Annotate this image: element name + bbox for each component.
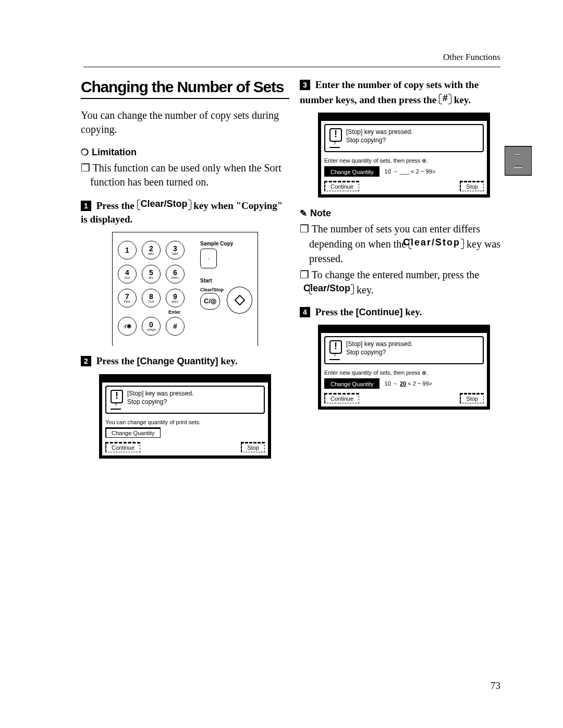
keypad-7: 7PRS xyxy=(118,289,137,307)
step-3: 3 Enter the number of copy sets with the… xyxy=(300,78,508,106)
warning-icon: ! xyxy=(111,390,123,403)
clear-stop-label: Clear/Stop xyxy=(200,288,224,293)
keypad-dot: ·/✱ xyxy=(118,317,137,336)
page-number: 73 xyxy=(491,680,500,692)
note-bullet-2: To change the entered number, press the … xyxy=(309,268,508,297)
start-icon xyxy=(234,294,246,306)
keypad-1: 1 xyxy=(118,241,137,260)
warning-icon: ! xyxy=(329,340,342,354)
note-bullet-1: The number of sets you can enter differs… xyxy=(309,222,508,265)
screen4-continue-button: Continue xyxy=(324,393,359,403)
screen-figure-4: !? [Stop] key was pressed. Stop copying?… xyxy=(318,325,490,410)
intro-text: You can change the number of copy sets d… xyxy=(81,108,289,137)
step-number-4: 4 xyxy=(300,307,310,317)
keypad-9: 9WXY xyxy=(166,289,185,307)
limitation-heading: ❍ Limitation xyxy=(81,147,289,158)
header-rule xyxy=(83,67,500,67)
limitation-bullet: This function can be used only when the … xyxy=(90,161,289,189)
screen3-continue-button: Continue xyxy=(324,181,359,191)
screen4-message-box: !? [Stop] key was pressed. Stop copying? xyxy=(324,336,484,364)
keypad-5: 5JKL xyxy=(142,265,161,283)
keypad-2: 2ABC xyxy=(142,241,161,260)
screen-figure-2: ! ? [Stop] key was pressed. Stop copying… xyxy=(99,374,271,459)
hash-key-ref: # xyxy=(442,92,448,104)
keypad-6: 6MNO xyxy=(166,265,185,283)
screen2-stop-button: Stop xyxy=(241,442,265,452)
screen3-stop-button: Stop xyxy=(460,181,484,191)
keypad-hash: # xyxy=(166,317,185,336)
screen2-change-quantity-button: Change Quantity xyxy=(105,427,161,438)
step-number-3: 3 xyxy=(300,80,310,90)
left-column: Changing the Number of Sets You can chan… xyxy=(81,78,289,465)
step-1: 1 Press the Clear/Stop key when "Copying… xyxy=(81,198,289,226)
screen3-quantity-display: 10 → ___ < 2 ~ 99> xyxy=(385,168,436,175)
screen3-instruction: Enter new quantity of sets, then press ⊕… xyxy=(324,157,484,164)
keypad-3: 3DEF xyxy=(166,241,185,260)
keypad-4: 4GHI xyxy=(118,265,137,283)
note-heading: ✎ Note xyxy=(300,208,508,219)
clear-stop-key-ref: Clear/Stop xyxy=(140,198,188,210)
section-title: Changing the Number of Sets xyxy=(81,78,289,99)
sample-copy-button: ▫ xyxy=(200,249,217,268)
screen2-instruction: You can change quantity of print sets. xyxy=(105,419,265,425)
keypad-8: 8TUV xyxy=(142,289,161,307)
right-column: 3 Enter the number of copy sets with the… xyxy=(300,78,508,465)
clear-stop-key-ref: Clear/Stop xyxy=(312,282,351,294)
step-2: 2 Press the [Change Quantity] key. xyxy=(81,354,289,368)
header-section: Other Functions xyxy=(443,52,500,63)
screen4-quantity-display: 10 → 20 < 2 ~ 99> xyxy=(385,380,432,387)
screen4-instruction: Enter new quantity of sets, then press ⊕… xyxy=(324,369,484,376)
screen4-stop-button: Stop xyxy=(460,393,484,403)
keypad-0: 0OPER xyxy=(142,317,161,336)
screen-figure-3: !? [Stop] key was pressed. Stop copying?… xyxy=(318,113,490,198)
pencil-icon: ✎ xyxy=(300,208,307,219)
sample-copy-label: Sample Copy xyxy=(200,241,252,246)
step-number-2: 2 xyxy=(81,356,91,366)
clear-stop-key: C/◎ xyxy=(200,293,220,310)
screen4-change-quantity-button: Change Quantity xyxy=(324,378,380,389)
screen3-change-quantity-button: Change Quantity xyxy=(324,166,380,177)
lightbulb-icon: ❍ xyxy=(81,147,89,158)
enter-label: Enter xyxy=(118,310,195,315)
start-label: Start xyxy=(200,278,252,283)
clear-stop-key-ref: Clear/Stop xyxy=(412,236,461,249)
step-number-1: 1 xyxy=(81,201,91,211)
continue-key-ref: [Continue] xyxy=(356,307,403,317)
change-quantity-key-ref: [Change Quantity] xyxy=(137,356,218,366)
step-4: 4 Press the [Continue] key. xyxy=(300,305,508,319)
warning-icon: ! xyxy=(329,128,342,142)
keypad-figure: 1 2ABC 3DEF 4GHI 5JKL 6MNO 7PRS 8TUV xyxy=(112,232,258,346)
screen3-message-box: !? [Stop] key was pressed. Stop copying? xyxy=(324,124,484,152)
start-button xyxy=(227,287,252,314)
screen2-continue-button: Continue xyxy=(105,442,140,452)
screen2-message-box: ! ? [Stop] key was pressed. Stop copying… xyxy=(105,386,265,414)
chapter-tab: 2 xyxy=(505,146,532,176)
